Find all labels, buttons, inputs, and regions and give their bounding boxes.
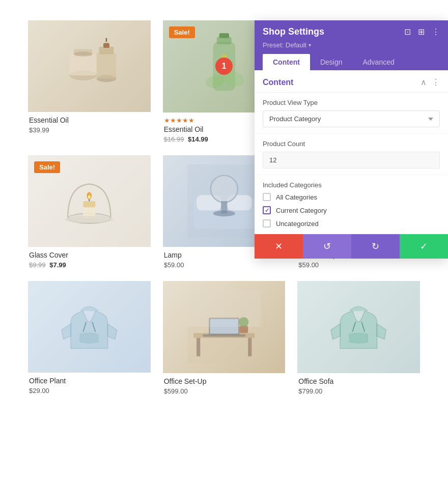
- product-image-wrap[interactable]: Sale!: [28, 155, 151, 247]
- product-count-group: Product Count: [255, 134, 448, 175]
- product-title: Essential Oil: [29, 116, 150, 124]
- svg-rect-11: [219, 33, 229, 38]
- checkbox-current-category[interactable]: Current Category: [263, 206, 440, 214]
- tab-advanced[interactable]: Advanced: [352, 54, 404, 70]
- notification-badge: 1: [215, 58, 233, 75]
- panel-preset[interactable]: Preset: Default ▾: [263, 41, 440, 49]
- product-view-type-select[interactable]: Product Category: [263, 110, 440, 127]
- checkbox-uncategorized-label: Uncategorized: [276, 220, 319, 228]
- included-categories-label: Included Categories: [263, 181, 440, 189]
- product-price: $59.00: [164, 261, 285, 269]
- checkbox-all-box[interactable]: [263, 193, 271, 201]
- product-card-office-sofa: Office Sofa $799.00: [297, 281, 420, 395]
- svg-rect-19: [83, 201, 95, 207]
- product-info: Glass Cover $9.99 $7.99: [28, 247, 151, 269]
- preset-chevron: ▾: [309, 42, 311, 48]
- sale-badge: Sale!: [34, 161, 60, 173]
- menu-dots-icon[interactable]: ⋮: [432, 77, 440, 87]
- included-categories-group: Included Categories All Categories Curre…: [255, 175, 448, 234]
- panel-section-icons: ∧ ⋮: [421, 77, 440, 87]
- svg-rect-48: [187, 290, 261, 327]
- panel-tabs: Content Design Advanced: [263, 54, 440, 70]
- product-image: [28, 20, 151, 112]
- checkbox-uncategorized-box[interactable]: [263, 219, 271, 228]
- panel-section-header: Content ∧ ⋮: [255, 70, 448, 93]
- confirm-button[interactable]: ✓: [400, 234, 448, 259]
- product-title: Glass Cover: [29, 251, 150, 259]
- shop-settings-panel: Shop Settings ⊡ ⊞ ⋮ Preset: Default ▾ Co…: [255, 20, 448, 259]
- product-info: Office Sofa $799.00: [297, 373, 420, 395]
- product-image-wrap[interactable]: [28, 281, 151, 373]
- product-view-type-group: Product View Type Product Category: [255, 93, 448, 134]
- product-image-wrap[interactable]: [163, 281, 286, 373]
- product-price: $9.99 $7.99: [29, 261, 150, 269]
- product-info: Office Set-Up $599.00: [163, 373, 286, 395]
- svg-rect-1: [70, 54, 97, 75]
- collapse-icon[interactable]: ∧: [421, 77, 427, 87]
- redo-button[interactable]: ↻: [351, 234, 400, 259]
- checkbox-current-label: Current Category: [276, 207, 327, 214]
- svg-rect-45: [203, 334, 245, 337]
- product-title: Office Plant: [29, 377, 150, 385]
- svg-point-23: [65, 216, 114, 223]
- panel-section-title: Content: [263, 78, 293, 87]
- checkbox-group: All Categories Current Category Uncatego…: [263, 193, 440, 228]
- checkbox-all-label: All Categories: [276, 193, 317, 201]
- undo-button[interactable]: ↺: [303, 234, 351, 259]
- maximize-icon[interactable]: ⊡: [404, 27, 411, 37]
- product-price: $799.00: [298, 387, 419, 395]
- product-card-office-plant: Office Plant $29.00: [28, 281, 151, 395]
- product-count-input[interactable]: [263, 152, 440, 168]
- panel-title: Shop Settings: [263, 26, 324, 37]
- product-price: $39.99: [29, 126, 150, 134]
- product-card-glass-cover: Sale! Glass Cover $9.99 $7.99: [28, 155, 151, 269]
- svg-rect-42: [248, 338, 251, 356]
- checkbox-current-box[interactable]: [263, 206, 271, 214]
- product-image: [297, 281, 420, 373]
- product-image-wrap[interactable]: [297, 281, 420, 373]
- product-card-essential-oil-1: Essential Oil $39.99: [28, 20, 151, 143]
- product-info: Essential Oil $39.99: [28, 112, 151, 134]
- product-info: Office Plant $29.00: [28, 373, 151, 395]
- svg-rect-41: [197, 338, 200, 356]
- product-title: Office Sofa: [298, 377, 419, 385]
- cancel-button[interactable]: ✕: [255, 234, 303, 259]
- more-options-icon[interactable]: ⋮: [432, 27, 440, 37]
- panel-body: Content ∧ ⋮ Product View Type Product Ca…: [255, 70, 448, 259]
- product-card-office-setup: Office Set-Up $599.00: [163, 281, 286, 395]
- page-wrapper: Essential Oil $39.99: [0, 0, 448, 479]
- product-title: Office Set-Up: [164, 377, 285, 385]
- svg-rect-7: [103, 43, 109, 48]
- product-image: [163, 281, 286, 373]
- product-price: $59.00: [298, 261, 419, 269]
- panel-header: Shop Settings ⊡ ⊞ ⋮ Preset: Default ▾ Co…: [255, 20, 448, 70]
- svg-point-22: [88, 195, 91, 199]
- tab-content[interactable]: Content: [263, 54, 310, 70]
- panel-title-row: Shop Settings ⊡ ⊞ ⋮: [263, 26, 440, 37]
- svg-point-31: [213, 210, 235, 216]
- checkbox-all-categories[interactable]: All Categories: [263, 193, 440, 201]
- product-view-type-label: Product View Type: [263, 99, 440, 106]
- product-price: $599.00: [164, 387, 285, 395]
- svg-point-3: [74, 51, 92, 57]
- checkbox-uncategorized[interactable]: Uncategorized: [263, 219, 440, 228]
- product-price: $29.00: [29, 387, 150, 395]
- svg-rect-5: [97, 53, 117, 79]
- tab-design[interactable]: Design: [310, 54, 353, 70]
- product-image: [28, 281, 151, 373]
- panel-actions: ✕ ↺ ↻ ✓: [255, 234, 448, 259]
- product-count-label: Product Count: [263, 140, 440, 148]
- product-image-wrap[interactable]: [28, 20, 151, 112]
- panel-header-icons: ⊡ ⊞ ⋮: [404, 27, 440, 37]
- columns-icon[interactable]: ⊞: [418, 27, 425, 37]
- sale-badge: Sale!: [169, 26, 195, 38]
